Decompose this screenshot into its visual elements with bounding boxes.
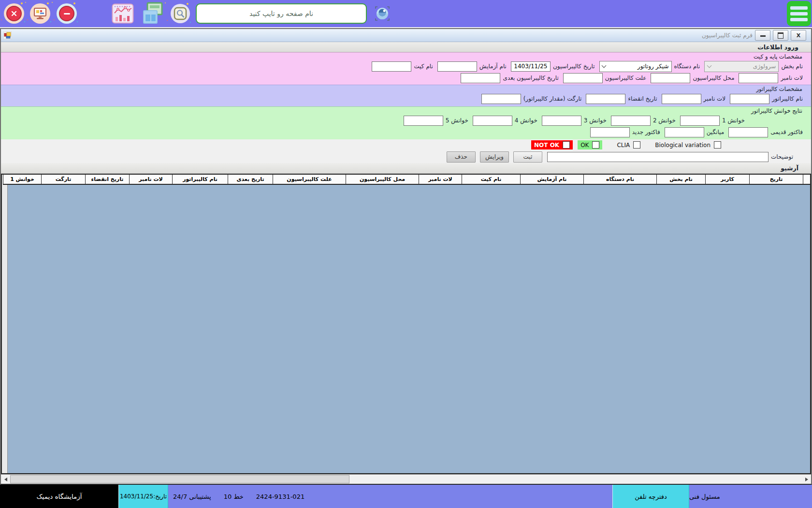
biological-variation-label: Biological variation: [655, 142, 710, 149]
archive-grid-body[interactable]: [8, 185, 810, 473]
test-name-label: نام آزمایش: [479, 63, 507, 70]
column-header-8[interactable]: علت کالیبراسیون: [273, 175, 346, 185]
calibration-reason-input[interactable]: [563, 73, 603, 83]
reading-4-input[interactable]: [473, 116, 512, 126]
lot-number-input[interactable]: [739, 73, 778, 83]
support-segment: پشتیبانی 24/7 10 خط 2424-9131-021: [168, 485, 612, 508]
reading-2-input[interactable]: [611, 116, 651, 126]
column-header-6[interactable]: لات نامبر: [419, 175, 462, 185]
minimize-button[interactable]: [755, 30, 770, 41]
column-header-7[interactable]: محل کالیبراسیون: [346, 175, 419, 185]
support-lines: 10 خط: [224, 493, 244, 500]
calibrator-section: مشخصات کالیبراتور نام کالیبراتورلات نامب…: [1, 85, 811, 106]
device-label: نام دستگاه: [674, 63, 700, 70]
calibration-form-window: فرم ثبت کالیبراسیون X ورود اطلاعات مشخصا…: [0, 28, 812, 485]
window-title: فرم ثبت کالیبراسیون: [702, 32, 753, 39]
scrollbar-thumb[interactable]: [10, 475, 349, 483]
ok-checkbox[interactable]: [592, 141, 599, 149]
not-ok-checkbox[interactable]: [563, 141, 570, 149]
calibrator-name-input[interactable]: [730, 94, 769, 104]
magnifier-icon: [174, 7, 187, 20]
archive-band-title: آرشیو: [781, 164, 798, 172]
windows-icon: [141, 2, 164, 25]
calibration-place-input[interactable]: [651, 73, 690, 83]
close-button[interactable]: X: [791, 30, 806, 41]
close-circle-icon: [6, 6, 22, 21]
save-button[interactable]: ثبت: [513, 151, 542, 163]
expiry-date-label: تاریخ انقضاء: [628, 95, 657, 102]
column-header-2[interactable]: نام بخش: [656, 175, 705, 185]
target-value-input[interactable]: [481, 94, 521, 104]
phonebook-button[interactable]: دفترچه تلفن: [612, 485, 689, 508]
mean-input[interactable]: [665, 127, 704, 137]
calibrator-lot-input[interactable]: [662, 94, 701, 104]
scrollbar-track[interactable]: [349, 475, 802, 484]
new-factor-input[interactable]: [590, 127, 630, 137]
column-header-11[interactable]: لات نامبر: [129, 175, 172, 185]
kit-name-input[interactable]: [372, 61, 411, 72]
calibrator-name-label: نام کالیبراتور: [772, 95, 803, 102]
vertical-scrollbar[interactable]: [2, 175, 8, 473]
test-name-input[interactable]: [437, 61, 477, 72]
column-header-14[interactable]: خوانش 1: [3, 175, 41, 185]
reading-5-input[interactable]: [404, 116, 443, 126]
column-header-9[interactable]: تاریخ بعدی: [228, 175, 273, 185]
hamburger-menu-icon: [790, 6, 808, 10]
app-minimize-button[interactable]: [57, 3, 77, 24]
column-header-3[interactable]: نام دستگاه: [583, 175, 656, 185]
old-factor-input[interactable]: [728, 127, 768, 137]
column-header-0[interactable]: تاریخ: [749, 175, 803, 185]
eye-icon: [373, 4, 392, 23]
edit-button[interactable]: ویرایش: [480, 151, 509, 163]
calibration-place-label: محل کالیبراسیون: [693, 75, 734, 81]
window-titlebar: فرم ثبت کالیبراسیون X: [1, 29, 811, 42]
forms-button[interactable]: [141, 2, 164, 25]
maximize-button[interactable]: [773, 30, 788, 41]
calibration-date-input[interactable]: [511, 61, 551, 72]
main-toolbar: [0, 0, 812, 27]
new-factor-label: فاکتور جدید: [632, 129, 660, 135]
search-input[interactable]: [196, 3, 367, 24]
device-combobox[interactable]: شیکر روتاتور: [599, 61, 672, 72]
readings-row-1: خوانش 1خوانش 2خوانش 3خوانش 4خوانش 5: [5, 115, 807, 126]
clia-checkbox[interactable]: [633, 141, 640, 149]
calibrator-row: نام کالیبراتورلات نامبرتاریخ انقضاءتارگت…: [5, 93, 807, 105]
scroll-right-arrow[interactable]: [802, 475, 811, 484]
column-header-5[interactable]: نام کیت: [462, 175, 520, 185]
delete-button[interactable]: حذف: [447, 151, 476, 163]
support-phone: 2424-9131-021: [256, 493, 304, 500]
reading-4-label: خوانش 4: [515, 117, 537, 124]
app-close-button[interactable]: [4, 3, 24, 24]
desktop-button[interactable]: [30, 3, 50, 24]
support-label: پشتیبانی 24/7: [173, 493, 211, 500]
search-button[interactable]: [171, 4, 190, 23]
data-entry-band-title: ورود اطلاعات: [757, 44, 798, 51]
kit-name-label: نام کیت: [414, 63, 433, 70]
old-factor-label: فاکتور قدیمی: [770, 129, 803, 135]
row-header-stub: [803, 175, 810, 185]
department-label: نام بخش: [781, 63, 803, 70]
readings-group-title: نتایج خوانش کالیبراتور: [5, 107, 807, 115]
department-value: سرولوژی: [713, 63, 778, 70]
calibrator-group-title: مشخصات کالیبراتور: [5, 86, 807, 93]
expiry-date-input[interactable]: [586, 94, 625, 104]
reading-3-input[interactable]: [542, 116, 581, 126]
column-header-12[interactable]: تاریخ انقضاء: [85, 175, 129, 185]
biological-variation-checkbox[interactable]: [714, 141, 721, 149]
watch-button[interactable]: [373, 4, 392, 23]
reading-1-input[interactable]: [680, 116, 720, 126]
column-header-1[interactable]: کاربر: [705, 175, 749, 185]
next-calibration-date-input[interactable]: [461, 73, 500, 83]
minimize-circle-icon: [59, 6, 74, 21]
device-value: شیکر روتاتور: [609, 63, 671, 70]
readings-row-2: فاکتور قدیمیمیانگینفاکتور جدید: [5, 126, 807, 138]
column-header-4[interactable]: نام آزمایش: [520, 175, 583, 185]
comments-input[interactable]: [547, 152, 768, 162]
scroll-left-arrow[interactable]: [1, 475, 10, 484]
calibrator-lot-label: لات نامبر: [704, 95, 726, 102]
column-header-10[interactable]: نام کالیبراتور: [172, 175, 228, 185]
charts-button[interactable]: [112, 3, 134, 24]
column-header-13[interactable]: تارگت: [41, 175, 85, 185]
reading-1-label: خوانش 1: [722, 117, 745, 124]
hamburger-menu-button[interactable]: [787, 1, 811, 26]
